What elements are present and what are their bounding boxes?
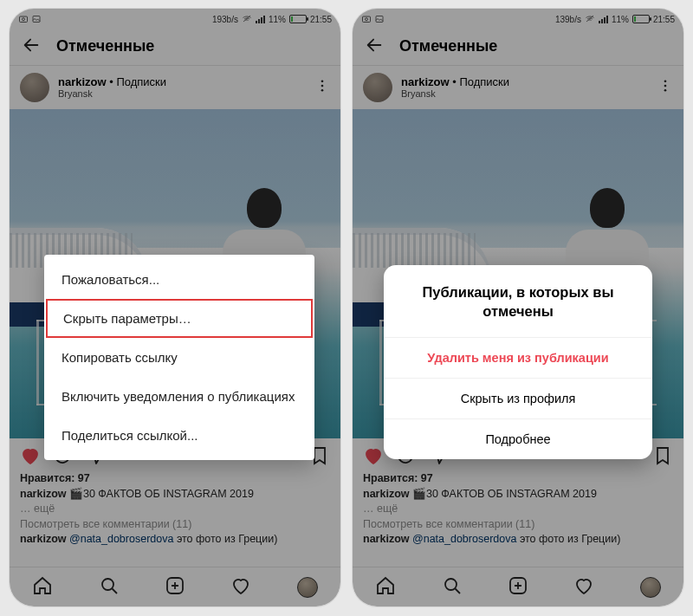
caption-more[interactable]: … ещё xyxy=(363,502,673,517)
menu-report[interactable]: Пожаловаться... xyxy=(44,260,314,299)
camera-icon xyxy=(18,14,29,24)
avatar[interactable] xyxy=(20,73,49,102)
activity-icon[interactable] xyxy=(573,575,594,600)
svg-rect-12 xyxy=(363,16,371,23)
post-meta: Нравится: 97 narkizow 🎬30 ФАКТОВ ОБ INST… xyxy=(10,471,340,553)
profile-icon[interactable] xyxy=(297,577,318,598)
view-all-comments[interactable]: Посмотреть все комментарии (11) xyxy=(20,517,330,533)
follow-link: Подписки xyxy=(116,75,166,88)
wifi-off-icon xyxy=(242,14,252,24)
camera-icon xyxy=(361,14,372,24)
page-title: Отмеченные xyxy=(56,37,154,55)
battery-icon xyxy=(632,15,650,23)
picture-icon xyxy=(31,14,42,24)
post-header: narkizow • Подписки Bryansk xyxy=(353,66,683,109)
mention[interactable]: @nata_dobroserdova xyxy=(412,533,516,545)
search-icon[interactable] xyxy=(99,575,120,600)
svg-point-4 xyxy=(321,80,324,82)
battery-icon xyxy=(289,15,307,23)
more-options-icon[interactable] xyxy=(657,78,673,97)
svg-point-1 xyxy=(23,18,25,21)
svg-point-6 xyxy=(321,89,324,92)
clock: 21:55 xyxy=(310,15,332,24)
post-location: Bryansk xyxy=(401,88,509,100)
view-all-comments[interactable]: Посмотреть все комментарии (11) xyxy=(363,517,673,533)
menu-share-link[interactable]: Поделиться ссылкой... xyxy=(44,416,314,455)
svg-line-8 xyxy=(112,588,117,593)
add-post-icon[interactable] xyxy=(165,575,185,600)
home-icon[interactable] xyxy=(375,575,396,600)
tagged-dialog: Публикации, в которых вы отмечены Удалит… xyxy=(384,265,652,459)
menu-copy-link[interactable]: Копировать ссылку xyxy=(44,338,314,377)
post-location: Bryansk xyxy=(58,88,166,100)
dialog-more[interactable]: Подробнее xyxy=(384,419,652,459)
svg-point-17 xyxy=(664,85,667,88)
net-speed: 139b/s xyxy=(555,15,581,24)
app-header: Отмеченные xyxy=(353,28,683,66)
like-icon[interactable] xyxy=(363,445,384,470)
signal-icon xyxy=(256,15,265,23)
status-bar: 139b/s 11% 21:55 xyxy=(353,9,683,28)
caption-row: narkizow 🎬30 ФАКТОВ ОБ INSTAGRAM 2019 xyxy=(363,487,673,503)
statusbar-left-icons xyxy=(18,14,42,24)
menu-hide-options[interactable]: Скрыть параметры… xyxy=(46,299,313,338)
svg-point-7 xyxy=(102,579,113,590)
caption-more[interactable]: … ещё xyxy=(20,502,330,517)
dialog-remove-me[interactable]: Удалить меня из публикации xyxy=(384,338,652,379)
post-header: narkizow • Подписки Bryansk xyxy=(10,66,340,109)
svg-point-18 xyxy=(664,89,667,92)
activity-icon[interactable] xyxy=(230,575,251,600)
clock: 21:55 xyxy=(653,15,675,24)
top-comment: narkizow @nata_dobroserdova это фото из … xyxy=(363,532,673,548)
likes-row[interactable]: Нравится: 97 xyxy=(363,471,673,487)
svg-line-20 xyxy=(455,588,460,593)
svg-point-13 xyxy=(366,18,368,21)
post-user-block[interactable]: narkizow • Подписки Bryansk xyxy=(401,75,509,101)
app-header: Отмеченные xyxy=(10,28,340,66)
profile-icon[interactable] xyxy=(640,577,661,598)
phone-right: 139b/s 11% 21:55 Отмеченные narkizow • П… xyxy=(353,9,683,606)
wifi-off-icon xyxy=(585,14,595,24)
status-bar: 193b/s 11% 21:55 xyxy=(10,9,340,28)
dialog-title: Публикации, в которых вы отмечены xyxy=(384,265,652,338)
caption-row: narkizow 🎬30 ФАКТОВ ОБ INSTAGRAM 2019 xyxy=(20,487,330,503)
home-icon[interactable] xyxy=(32,575,53,600)
post-user-block[interactable]: narkizow • Подписки Bryansk xyxy=(58,75,166,101)
mention[interactable]: @nata_dobroserdova xyxy=(69,533,173,545)
back-icon[interactable] xyxy=(365,36,384,58)
svg-point-19 xyxy=(445,579,457,590)
menu-enable-notifications[interactable]: Включить уведомления о публикациях xyxy=(44,377,314,416)
follow-link: Подписки xyxy=(459,75,509,88)
search-icon[interactable] xyxy=(442,575,463,600)
bottom-nav xyxy=(353,567,683,606)
post-meta: Нравится: 97 narkizow 🎬30 ФАКТОВ ОБ INST… xyxy=(353,471,683,553)
phone-left: 193b/s 11% 21:55 Отмеченные narkizow • П… xyxy=(10,9,340,606)
back-icon[interactable] xyxy=(22,36,41,58)
bookmark-icon[interactable] xyxy=(652,445,673,470)
svg-point-5 xyxy=(321,85,324,88)
picture-icon xyxy=(374,14,385,24)
avatar[interactable] xyxy=(363,73,392,102)
net-speed: 193b/s xyxy=(212,15,238,24)
svg-rect-0 xyxy=(20,16,28,23)
options-menu: Пожаловаться... Скрыть параметры… Копиро… xyxy=(44,255,314,460)
battery-pct: 11% xyxy=(269,15,286,24)
top-comment: narkizow @nata_dobroserdova это фото из … xyxy=(20,532,330,548)
like-icon[interactable] xyxy=(20,445,41,470)
svg-point-16 xyxy=(664,80,667,82)
post-username: narkizow xyxy=(58,75,107,88)
bottom-nav xyxy=(10,567,340,606)
statusbar-left-icons xyxy=(361,14,385,24)
likes-row[interactable]: Нравится: 97 xyxy=(20,471,330,487)
signal-icon xyxy=(599,15,608,23)
battery-pct: 11% xyxy=(612,15,629,24)
add-post-icon[interactable] xyxy=(508,575,528,600)
dialog-hide-from-profile[interactable]: Скрыть из профиля xyxy=(384,379,652,419)
post-username: narkizow xyxy=(401,75,450,88)
page-title: Отмеченные xyxy=(399,37,497,55)
more-options-icon[interactable] xyxy=(314,78,330,97)
